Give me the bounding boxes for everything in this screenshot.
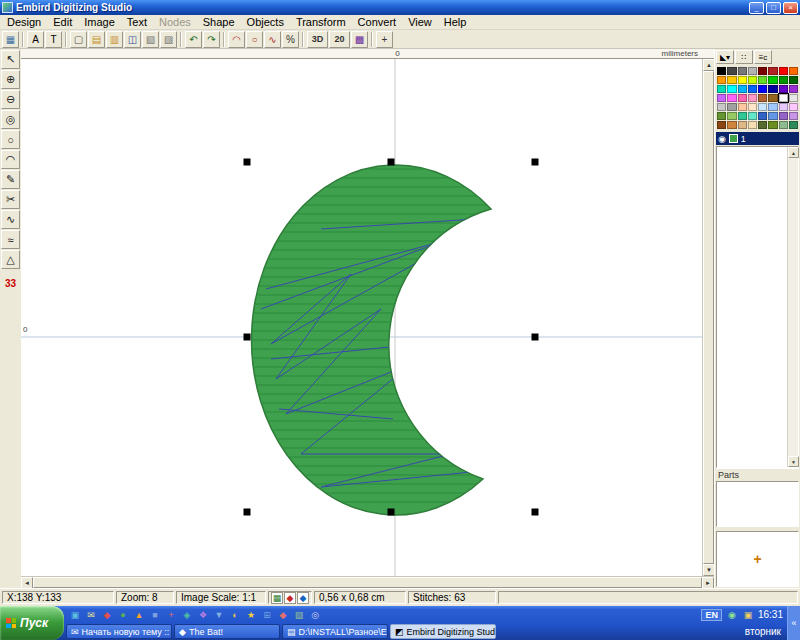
quick-launch-icon[interactable]: ❖ [196,608,210,622]
quick-launch-icon[interactable]: ● [116,608,130,622]
export-design-button[interactable]: ▧ [142,31,159,48]
vertical-scrollbar[interactable]: ▲ ▼ [702,59,714,576]
arc-tool[interactable]: ◠ [1,150,20,169]
color-swatch[interactable] [727,76,736,84]
stitch-dots-button[interactable]: ∷ [735,50,753,64]
color-swatch[interactable] [727,67,736,75]
tray-icon[interactable]: ▣ [741,608,755,622]
grid-toggle-icon[interactable]: ▦ [271,592,283,604]
task-button[interactable]: ▤D:\INSTALL\Разное\Embird [282,624,388,639]
design-canvas[interactable]: 0 [21,59,702,576]
color-swatch[interactable] [717,103,726,111]
color-swatch[interactable] [727,112,736,120]
start-button[interactable]: Пуск [0,606,64,640]
quick-launch-icon[interactable]: ✉ [84,608,98,622]
clock[interactable]: 16:31 [758,609,783,620]
quick-launch-icon[interactable]: ◆ [100,608,114,622]
quick-launch-icon[interactable]: ▣ [68,608,82,622]
color-swatch[interactable] [789,121,798,129]
menu-item-shape[interactable]: Shape [197,16,241,28]
color-swatch[interactable] [717,94,726,102]
zoom-out-tool[interactable]: ⊖ [1,90,20,109]
color-swatch[interactable] [779,67,788,75]
color-list-button[interactable]: ≡c [754,50,772,64]
wave-shape-button[interactable]: ∿ [264,31,281,48]
view-3d-button[interactable]: 3D [307,31,328,48]
close-button[interactable]: × [783,2,798,14]
tray-chevron-button[interactable]: « [787,606,800,640]
color-swatch[interactable] [717,85,726,93]
ellipse-tool[interactable]: ○ [1,130,20,149]
color-swatch[interactable] [789,112,798,120]
color-swatch[interactable] [779,103,788,111]
color-swatch[interactable] [717,67,726,75]
menu-item-help[interactable]: Help [438,16,473,28]
color-swatch[interactable] [758,76,767,84]
color-swatch[interactable] [748,112,757,120]
color-swatch[interactable] [768,67,777,75]
layer-item[interactable]: ◉ 1 [716,132,799,145]
design-drawing[interactable] [21,59,702,576]
menu-item-convert[interactable]: Convert [352,16,403,28]
select-tool[interactable]: ↖ [1,50,20,69]
color-swatch[interactable] [789,94,798,102]
fill-style-dropdown[interactable]: ◣▾ [716,50,734,64]
color-swatch[interactable] [768,112,777,120]
quick-launch-icon[interactable]: ◎ [308,608,322,622]
language-indicator[interactable]: EN [701,609,722,621]
menu-item-view[interactable]: View [402,16,438,28]
color-swatch[interactable] [758,85,767,93]
object-list-scrollbar[interactable]: ▲ ▼ [787,147,798,467]
parts-list[interactable] [716,481,799,527]
color-swatch[interactable] [779,76,788,84]
color-swatch[interactable] [727,94,736,102]
color-swatch[interactable] [727,103,736,111]
color-swatch[interactable] [717,121,726,129]
color-swatch[interactable] [738,121,747,129]
selection-handle[interactable] [244,509,251,516]
color-swatch[interactable] [748,76,757,84]
color-swatch[interactable] [758,94,767,102]
stitch-toggle-icon[interactable]: ◆ [284,592,296,604]
menu-item-nodes[interactable]: Nodes [153,16,197,28]
color-swatch[interactable] [779,121,788,129]
magnifier-tool[interactable]: ◎ [1,110,20,129]
color-swatch[interactable] [779,112,788,120]
menu-item-text[interactable]: Text [121,16,153,28]
undo-button[interactable]: ↶ [185,31,202,48]
menu-item-objects[interactable]: Objects [241,16,290,28]
design-grid-button[interactable]: ▦ [2,31,19,48]
color-swatch[interactable] [748,85,757,93]
circle-shape-button[interactable]: ○ [246,31,263,48]
horizontal-scroll-thumb[interactable] [33,577,702,588]
curve-tool[interactable]: ≈ [1,230,20,249]
color-swatch[interactable] [748,103,757,111]
selection-handle[interactable] [244,334,251,341]
new-design-button[interactable]: ▢ [70,31,87,48]
quick-launch-icon[interactable]: ▧ [292,608,306,622]
selection-handle[interactable] [388,159,395,166]
color-swatch[interactable] [738,112,747,120]
color-swatch[interactable] [738,76,747,84]
menu-item-image[interactable]: Image [78,16,121,28]
color-swatch[interactable] [758,67,767,75]
color-swatch[interactable] [768,121,777,129]
minimize-button[interactable]: _ [749,2,764,14]
color-swatch[interactable] [758,112,767,120]
quick-launch-icon[interactable]: ◆ [276,608,290,622]
color-swatch[interactable] [738,67,747,75]
color-swatch[interactable] [789,67,798,75]
save-design-button[interactable]: ◫ [124,31,141,48]
color-swatch[interactable] [738,94,747,102]
open-design-button[interactable]: ▤ [88,31,105,48]
color-swatch[interactable] [758,121,767,129]
info-toggle-icon[interactable]: ◆ [297,592,309,604]
color-swatch[interactable] [789,85,798,93]
task-button[interactable]: ◩Embird Digitizing Stud... [390,624,496,639]
color-swatch[interactable] [789,76,798,84]
quick-launch-icon[interactable]: ■ [148,608,162,622]
horizontal-scrollbar[interactable]: ◄ ► [21,576,714,588]
selection-handle[interactable] [244,159,251,166]
selection-handle[interactable] [532,509,539,516]
text-tool-button[interactable]: T [45,31,62,48]
